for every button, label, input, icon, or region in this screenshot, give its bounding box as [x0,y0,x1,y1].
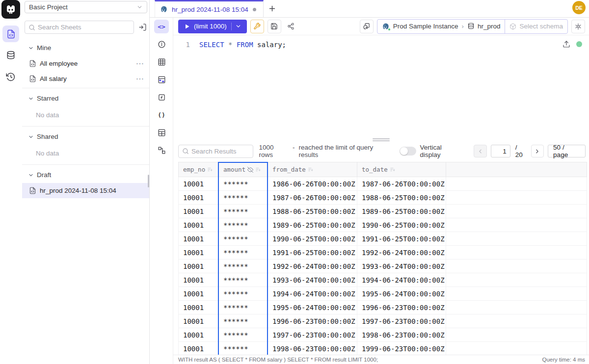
cell-amount-masked[interactable]: ****** [219,273,268,287]
cell-emp-no[interactable]: 10001 [179,218,219,232]
run-query-button[interactable]: (limit 1000) [178,20,247,33]
cell-emp-no[interactable]: 10001 [179,191,219,205]
table-row[interactable]: 10001 ****** 1986-06-26T00:00:00Z 1987-0… [179,177,587,191]
more-actions-icon[interactable]: ··· [136,60,145,67]
cell-emp-no[interactable]: 10001 [179,328,219,342]
page-size-select[interactable]: 50 / page [548,145,586,157]
results-search-box[interactable] [178,145,253,158]
cell-amount-masked[interactable]: ****** [219,205,268,218]
cell-from-date[interactable]: 1997-06-23T00:00:00Z [268,328,357,342]
table-row[interactable]: 10001 ****** 1987-06-26T00:00:00Z 1988-0… [179,191,587,205]
strip-parentheses[interactable]: () [154,108,169,122]
batch-query-button[interactable] [360,20,374,33]
cell-to-date[interactable]: 1995-06-24T00:00:00Z [357,287,446,301]
cell-emp-no[interactable]: 10001 [179,301,219,314]
table-row[interactable]: 10001 ****** 1998-06-23T00:00:00Z 1999-0… [179,342,587,356]
cell-to-date[interactable]: 1994-06-24T00:00:00Z [357,273,446,287]
col-header-amount[interactable]: amount [219,162,268,177]
sort-icon[interactable] [255,167,261,172]
table-row[interactable]: 10001 ****** 1989-06-25T00:00:00Z 1990-0… [179,218,587,232]
cell-from-date[interactable]: 1996-06-23T00:00:00Z [268,314,357,328]
sort-icon[interactable] [308,167,313,172]
more-actions-icon[interactable]: ··· [136,75,145,82]
cell-emp-no[interactable]: 10001 [179,342,219,356]
table-row[interactable]: 10001 ****** 1993-06-24T00:00:00Z 1994-0… [179,273,587,287]
cell-from-date[interactable]: 1998-06-23T00:00:00Z [268,342,357,356]
cell-amount-masked[interactable]: ****** [219,260,268,273]
col-header-emp-no[interactable]: emp_no [179,162,219,177]
cell-amount-masked[interactable]: ****** [219,287,268,301]
cell-amount-masked[interactable]: ****** [219,314,268,328]
vertical-display-toggle[interactable] [400,147,416,156]
cell-emp-no[interactable]: 10001 [179,232,219,246]
cell-from-date[interactable]: 1988-06-25T00:00:00Z [268,205,357,218]
cell-from-date[interactable]: 1989-06-25T00:00:00Z [268,218,357,232]
cell-to-date[interactable]: 1997-06-23T00:00:00Z [357,314,446,328]
format-sql-button[interactable] [250,20,264,33]
sheet-item-draft-hr-prod[interactable]: hr_prod 2024-11-08 15:04 [22,183,149,198]
cell-emp-no[interactable]: 10001 [179,177,219,191]
strip-schema-diagram[interactable] [154,143,169,157]
cell-from-date[interactable]: 1992-06-24T00:00:00Z [268,260,357,273]
nav-history[interactable] [2,69,19,85]
section-starred[interactable]: Starred [22,90,149,106]
cell-emp-no[interactable]: 10001 [179,314,219,328]
section-draft[interactable]: Draft [22,166,149,183]
page-number-input[interactable] [491,145,510,157]
prev-page-button[interactable] [474,145,486,157]
panel-resize-handle[interactable] [173,138,589,142]
cell-amount-masked[interactable]: ****** [219,301,268,314]
schema-selector[interactable]: Select schema [505,20,567,33]
cell-from-date[interactable]: 1993-06-24T00:00:00Z [268,273,357,287]
results-search-input[interactable] [191,148,249,155]
export-result-button[interactable] [562,40,571,49]
cell-to-date[interactable]: 1998-06-23T00:00:00Z [357,328,446,342]
cell-from-date[interactable]: 1991-06-25T00:00:00Z [268,246,357,260]
sort-icon[interactable] [207,167,213,172]
sql-editor[interactable]: 1 SELECT * FROM salary; [173,36,589,138]
nav-databases[interactable] [2,47,19,64]
project-select[interactable]: Basic Project [25,1,147,13]
cell-to-date[interactable]: 1987-06-26T00:00:00Z [357,177,446,191]
cell-amount-masked[interactable]: ****** [219,246,268,260]
cell-to-date[interactable]: 1988-06-25T00:00:00Z [357,191,446,205]
table-row[interactable]: 10001 ****** 1996-06-23T00:00:00Z 1997-0… [179,314,587,328]
strip-data-masking[interactable] [154,73,169,86]
table-row[interactable]: 10001 ****** 1988-06-25T00:00:00Z 1989-0… [179,205,587,218]
sort-icon[interactable] [390,167,395,172]
table-row[interactable]: 10001 ****** 1994-06-24T00:00:00Z 1995-0… [179,287,587,301]
run-options-dropdown[interactable] [232,23,245,29]
cell-amount-masked[interactable]: ****** [219,342,268,356]
app-logo[interactable] [1,0,20,19]
cell-from-date[interactable]: 1990-06-25T00:00:00Z [268,232,357,246]
cell-amount-masked[interactable]: ****** [219,177,268,191]
strip-result-table[interactable] [154,126,169,139]
table-row[interactable]: 10001 ****** 1990-06-25T00:00:00Z 1991-0… [179,232,587,246]
cell-emp-no[interactable]: 10001 [179,287,219,301]
share-sheet-button[interactable] [285,20,297,33]
cell-amount-masked[interactable]: ****** [219,232,268,246]
import-sheet-icon[interactable] [137,21,147,34]
cell-to-date[interactable]: 1989-06-25T00:00:00Z [357,205,446,218]
cell-to-date[interactable]: 1990-06-25T00:00:00Z [357,218,446,232]
sheet-item-all-salary[interactable]: All salary ··· [22,71,149,86]
table-row[interactable]: 10001 ****** 1992-06-24T00:00:00Z 1993-0… [179,260,587,273]
new-tab-button[interactable] [264,0,280,17]
sheet-search-box[interactable] [25,21,134,34]
save-sheet-button[interactable] [268,20,281,33]
cell-amount-masked[interactable]: ****** [219,218,268,232]
cell-emp-no[interactable]: 10001 [179,246,219,260]
cell-amount-masked[interactable]: ****** [219,191,268,205]
cell-from-date[interactable]: 1994-06-24T00:00:00Z [268,287,357,301]
col-header-to-date[interactable]: to_date [357,162,446,177]
table-row[interactable]: 10001 ****** 1991-06-25T00:00:00Z 1992-0… [179,246,587,260]
cell-from-date[interactable]: 1995-06-24T00:00:00Z [268,301,357,314]
user-avatar[interactable]: DE [572,1,586,14]
section-shared[interactable]: Shared [22,128,149,145]
cell-to-date[interactable]: 1996-06-23T00:00:00Z [357,301,446,314]
strip-tables[interactable] [154,55,169,69]
cell-amount-masked[interactable]: ****** [219,328,268,342]
connection-selector[interactable]: Prod Sample Instance › hr_prod [377,20,505,33]
cell-emp-no[interactable]: 10001 [179,205,219,218]
ai-assistant-button[interactable] [571,20,585,33]
